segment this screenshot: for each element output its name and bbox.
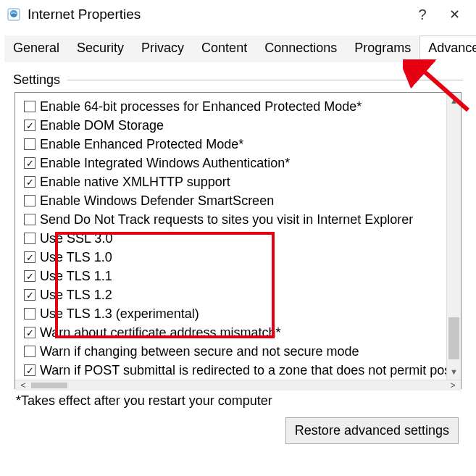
- checkbox[interactable]: [24, 327, 36, 338]
- list-item: Enable Enhanced Protected Mode*: [24, 135, 446, 154]
- list-item: Warn about certificate address mismatch*: [24, 323, 446, 342]
- tab-programs[interactable]: Programs: [346, 36, 419, 62]
- checkbox[interactable]: [24, 101, 36, 112]
- list-item: Use TLS 1.2: [24, 285, 446, 304]
- checkbox[interactable]: [24, 138, 36, 150]
- checkbox[interactable]: [24, 289, 36, 301]
- settings-list[interactable]: Enable 64-bit processes for Enhanced Pro…: [15, 93, 446, 380]
- checkbox[interactable]: [24, 364, 36, 376]
- scroll-track[interactable]: [447, 109, 461, 364]
- checkbox[interactable]: [24, 120, 36, 131]
- list-item: Use TLS 1.1: [24, 267, 446, 285]
- checkbox[interactable]: [24, 270, 36, 282]
- tab-general[interactable]: General: [4, 36, 68, 62]
- list-item: Enable DOM Storage: [24, 116, 446, 135]
- tab-content-area: Settings Enable 64-bit processes for Enh…: [0, 62, 476, 444]
- horizontal-scrollbar[interactable]: < >: [15, 380, 461, 391]
- list-item: Use SSL 3.0: [24, 229, 446, 248]
- scroll-thumb[interactable]: [448, 317, 459, 359]
- list-item: Enable 64-bit processes for Enhanced Pro…: [24, 97, 446, 116]
- vertical-scrollbar[interactable]: ▲ ▼: [446, 93, 461, 380]
- checkbox[interactable]: [24, 157, 36, 169]
- tab-advanced[interactable]: Advanced: [419, 36, 476, 62]
- scroll-left-icon[interactable]: <: [15, 380, 31, 391]
- scroll-thumb[interactable]: [31, 383, 67, 388]
- scroll-down-icon[interactable]: ▼: [447, 364, 461, 380]
- close-button[interactable]: ✕: [438, 7, 470, 22]
- scroll-right-icon[interactable]: >: [445, 380, 461, 391]
- divider: [67, 80, 463, 80]
- list-item: Send Do Not Track requests to sites you …: [24, 210, 446, 229]
- internet-options-icon: [6, 7, 22, 22]
- checkbox[interactable]: [24, 214, 36, 225]
- checkbox[interactable]: [24, 346, 36, 357]
- checkbox[interactable]: [24, 251, 36, 263]
- scroll-track[interactable]: [31, 380, 445, 391]
- scroll-up-icon[interactable]: ▲: [447, 93, 461, 109]
- restart-note: *Takes effect after you restart your com…: [16, 393, 460, 409]
- window-title: Internet Properties: [28, 7, 406, 22]
- settings-group-label: Settings: [13, 72, 67, 88]
- list-item: Warn if changing between secure and not …: [24, 342, 446, 361]
- settings-listbox: Enable 64-bit processes for Enhanced Pro…: [14, 92, 462, 389]
- list-item: Use TLS 1.3 (experimental): [24, 304, 446, 323]
- settings-group-header: Settings: [13, 72, 463, 88]
- list-item: Warn if POST submittal is redirected to …: [24, 361, 446, 380]
- checkbox[interactable]: [24, 233, 36, 244]
- titlebar: Internet Properties ? ✕: [0, 0, 476, 29]
- checkbox[interactable]: [24, 176, 36, 188]
- checkbox[interactable]: [24, 195, 36, 206]
- restore-advanced-settings-button[interactable]: Restore advanced settings: [285, 417, 459, 444]
- tab-content[interactable]: Content: [193, 36, 256, 62]
- checkbox[interactable]: [24, 308, 36, 320]
- tab-privacy[interactable]: Privacy: [133, 36, 193, 62]
- tab-security[interactable]: Security: [68, 36, 133, 62]
- list-item: Enable native XMLHTTP support: [24, 172, 446, 191]
- list-item: Enable Windows Defender SmartScreen: [24, 191, 446, 210]
- tab-strip: General Security Privacy Content Connect…: [4, 35, 472, 62]
- list-item: Enable Integrated Windows Authentication…: [24, 154, 446, 172]
- help-button[interactable]: ?: [406, 7, 438, 23]
- tab-connections[interactable]: Connections: [256, 36, 346, 62]
- list-item: Use TLS 1.0: [24, 248, 446, 267]
